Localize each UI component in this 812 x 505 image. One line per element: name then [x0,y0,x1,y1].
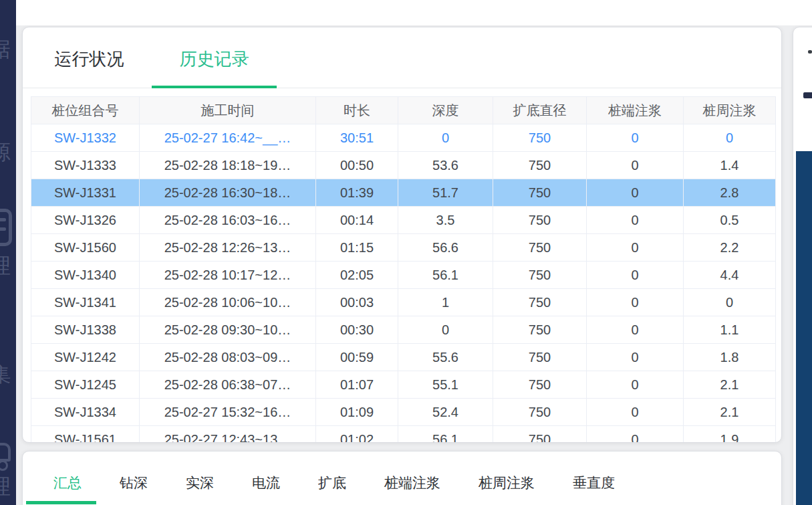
table-cell: 25-02-28 06:38~07… [140,371,316,399]
table-cell: 750 [493,289,587,316]
table-cell: 1.4 [684,152,776,179]
metric-tab-verticality[interactable]: 垂直度 [573,469,615,497]
table-row[interactable]: SW-J124225-02-28 08:03~09…00:5955.675001… [31,344,776,371]
table-cell: 750 [493,399,587,426]
table-cell: 0 [587,399,684,426]
right-chart-block [796,151,812,505]
tab-run-status[interactable]: 运行状况 [27,32,152,88]
table-cell: 51.7 [398,179,493,207]
table-cell: 1.8 [684,344,776,371]
table-cell: 00:14 [316,207,398,234]
table-row[interactable]: SW-J133125-02-28 16:30~18…01:3951.775002… [31,179,776,207]
table-cell: 25-02-28 10:17~12… [140,262,316,289]
column-header: 桩位组合号 [31,97,140,124]
table-cell: 750 [493,234,587,262]
table-cell: 750 [493,207,587,234]
table-cell: 25-02-27 12:43~13… [140,426,316,443]
tab-history[interactable]: 历史记录 [152,32,277,88]
sidebar-item-manage-2[interactable]: 理 [0,476,11,497]
table-cell: 25-02-28 12:26~13… [140,234,316,262]
metric-tab-summary[interactable]: 汇总 [53,469,82,497]
tabs-row: 运行状况历史记录 [23,27,781,88]
top-white-bar [16,0,812,25]
active-metric-underline [26,501,96,504]
table-cell: SW-J1332 [31,124,140,152]
right-panel-card [793,27,812,505]
metric-tab-expand-bottom[interactable]: 扩底 [318,469,346,497]
table-cell: 00:30 [316,316,398,344]
table-cell: 00:03 [316,289,398,316]
metric-tab-actual-depth[interactable]: 实深 [186,469,214,497]
sidebar: 据源理集理 [0,0,16,505]
table-cell: 750 [493,316,587,344]
table-cell: 750 [493,124,587,152]
table-cell: 52.4 [398,399,493,426]
table-cell: 0.5 [684,207,776,234]
sidebar-item-data[interactable]: 据 [0,39,11,60]
table-cell: SW-J1331 [31,179,140,207]
sidebar-item-source[interactable]: 源 [0,142,11,163]
table-cell: 30:51 [316,124,398,152]
table-cell: 02:05 [316,262,398,289]
table-cell: 0 [684,124,776,152]
table-row[interactable]: SW-J133325-02-28 18:18~19…00:5053.675001… [31,152,776,179]
table-cell: 01:15 [316,234,398,262]
table-cell: 2.8 [684,179,776,207]
table-row[interactable]: SW-J133225-02-27 16:42~__…30:51075000 [31,124,776,152]
table-row[interactable]: SW-J134125-02-28 10:06~10…00:03175000 [31,289,776,316]
metric-tab-pile-side-grouting[interactable]: 桩周注浆 [479,469,535,497]
table-cell: 00:50 [316,152,398,179]
table-cell: 25-02-28 09:30~10… [140,316,316,344]
table-row[interactable]: SW-J156125-02-27 12:43~13…01:0256.175001… [31,426,776,443]
history-card: 运行状况历史记录 桩位组合号施工时间时长深度扩底直径桩端注浆桩周注浆 SW-J1… [22,27,782,443]
table-cell: 750 [493,344,587,371]
table-row[interactable]: SW-J124525-02-28 06:38~07…01:0755.175002… [31,371,776,399]
table-cell: 0 [587,371,684,399]
metric-tabs-row: 汇总钻深实深电流扩底桩端注浆桩周注浆垂直度 [23,451,781,497]
dash-icon [803,92,812,98]
table-row[interactable]: SW-J133825-02-28 09:30~10…00:30075001.1 [31,316,776,344]
table-cell: 01:02 [316,426,398,443]
table-row[interactable]: SW-J132625-02-28 16:03~16…00:143.575000.… [31,207,776,234]
table-cell: SW-J1245 [31,371,140,399]
table-cell: 01:09 [316,399,398,426]
table-cell: 0 [587,179,684,207]
table-cell: 0 [587,316,684,344]
sidebar-vehicle-icon[interactable] [0,443,11,462]
history-table-wrap: 桩位组合号施工时间时长深度扩底直径桩端注浆桩周注浆 SW-J133225-02-… [31,96,774,443]
metric-tab-drill-depth[interactable]: 钻深 [120,469,148,497]
table-cell: 750 [493,179,587,207]
table-cell: SW-J1326 [31,207,140,234]
table-cell: 55.1 [398,371,493,399]
sidebar-item-collect[interactable]: 集 [0,364,11,385]
table-cell: SW-J1334 [31,399,140,426]
table-cell: SW-J1242 [31,344,140,371]
table-cell: 0 [398,124,493,152]
table-cell: 25-02-27 16:42~__… [140,124,316,152]
metrics-card: 汇总钻深实深电流扩底桩端注浆桩周注浆垂直度 [22,451,782,505]
table-row[interactable]: SW-J134025-02-28 10:17~12…02:0556.175004… [31,262,776,289]
sidebar-item-manage-1[interactable]: 理 [0,256,11,276]
table-cell: 4.4 [684,262,776,289]
table-cell: 3.5 [398,207,493,234]
table-cell: 01:39 [316,179,398,207]
table-cell: 55.6 [398,344,493,371]
table-row[interactable]: SW-J156025-02-28 12:26~13…01:1556.675002… [31,234,776,262]
sidebar-form-icon[interactable] [0,209,12,246]
table-cell: 01:07 [316,371,398,399]
table-cell: 1 [398,289,493,316]
table-cell: 0 [398,316,493,344]
table-cell: 0 [587,289,684,316]
metric-tab-pile-end-grouting[interactable]: 桩端注浆 [384,469,440,497]
table-cell: 750 [493,262,587,289]
table-cell: 2.1 [684,371,776,399]
table-row[interactable]: SW-J133425-02-27 15:32~16…01:0952.475002… [31,399,776,426]
table-cell: 0 [587,207,684,234]
metric-tab-current[interactable]: 电流 [252,469,280,497]
table-cell: 00:59 [316,344,398,371]
table-cell: 0 [684,289,776,316]
table-cell: 750 [493,426,587,443]
table-cell: 1.9 [684,426,776,443]
table-cell: 25-02-28 10:06~10… [140,289,316,316]
table-cell: 25-02-28 18:18~19… [140,152,316,179]
